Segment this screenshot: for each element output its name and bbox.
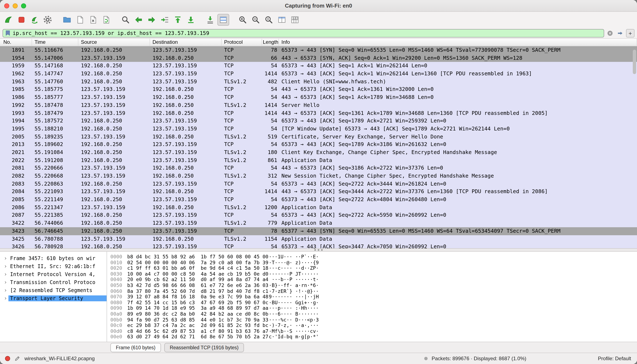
col-header-length[interactable]: Length [262,39,279,46]
bookmark-icon[interactable] [5,30,11,36]
find-packet-button[interactable] [120,14,131,26]
packet-row[interactable]: 198655.185777123.57.193.159192.168.0.250… [0,94,637,101]
packet-row[interactable]: 208155.220666123.57.193.159192.168.0.250… [0,164,637,172]
apply-filter-button[interactable] [616,29,624,37]
col-header-info[interactable]: Info [279,39,637,46]
expert-info-button[interactable] [5,356,10,361]
open-file-button[interactable] [61,14,73,26]
restart-capture-button[interactable] [29,14,41,26]
packet-row[interactable]: 195955.147168192.168.0.250123.57.193.159… [0,62,637,70]
packet-row[interactable]: 342656.780928192.168.0.250123.57.193.159… [0,243,637,248]
col-header-time[interactable]: Time [32,39,78,46]
zoom-in-button[interactable] [237,14,249,26]
tab-reassembled-tcp[interactable]: Reassembled TCP (1916 bytes) [164,343,244,352]
close-window-button[interactable] [4,3,9,8]
packet-row[interactable]: 199355.187479123.57.193.159192.168.0.250… [0,109,637,117]
go-to-top-button[interactable] [172,14,184,26]
chevron-right-icon[interactable]: › [3,271,9,277]
start-capture-button[interactable] [3,14,14,26]
hex-row[interactable]: 00d0c8 4d 66 5c 62 d9 87 53 a1 cf 80 91 … [110,328,637,334]
packet-row[interactable]: 208555.221149192.168.0.250123.57.193.159… [0,196,637,204]
packet-row[interactable]: 342356.746645192.168.0.250123.57.193.159… [0,227,637,235]
col-header-protocol[interactable]: Protocol [222,39,262,46]
packet-row[interactable]: 208355.220863192.168.0.250123.57.193.159… [0,180,637,188]
resize-columns-button[interactable] [276,14,288,26]
hex-row[interactable]: 00c0ec 29 b8 37 c4 7a 2c ac 2d 09 61 85 … [110,323,637,328]
zoom-original-button[interactable] [263,14,275,26]
detail-tree-item[interactable]: ›Ethernet II, Src: 92:a6:1b:f [0,262,107,270]
zoom-window-button[interactable] [21,3,26,8]
packet-row[interactable]: 201355.189602192.168.0.250123.57.193.159… [0,141,637,148]
col-header-source[interactable]: Source [78,39,150,46]
packet-row[interactable]: 196355.147760192.168.0.250123.57.193.159… [0,78,637,86]
packet-cell-info: 65377 → 443 [SYN] Seq=0 Win=65535 Len=0 … [279,227,637,235]
profile-label[interactable]: Profile: Default [598,356,631,362]
packet-cell-len: 54 [262,62,279,70]
packet-row[interactable]: 202255.191208192.168.0.250123.57.193.159… [0,156,637,164]
auto-scroll-button[interactable] [204,14,216,26]
detail-tree-item[interactable]: ›Frame 3457: 610 bytes on wir [0,254,107,262]
go-forward-button[interactable] [146,14,158,26]
search-icon [121,15,130,24]
pane-splitter[interactable] [0,248,637,252]
tab-frame-bytes[interactable]: Frame (610 bytes) [110,343,161,352]
hex-row[interactable]: 00b094 fa 90 d7 25 63 d8 85 44 e0 1c b7 … [110,317,637,323]
zoom-out-button[interactable] [250,14,262,26]
hex-row[interactable]: 0000b8 d4 bc 31 55 b8 92 a6 1b f7 50 60 … [110,254,637,260]
hex-row[interactable]: 0050b3 42 7d d5 98 66 66 08 61 e7 72 6e … [110,283,637,288]
hex-row[interactable]: 00a089 e9 80 36 dc c2 8a b0 42 84 b2 aa … [110,312,637,317]
packet-row[interactable]: 208755.221385192.168.0.250123.57.193.159… [0,212,637,219]
packet-row[interactable]: 195455.147006123.57.193.159192.168.0.250… [0,54,637,62]
chevron-right-icon[interactable]: › [3,287,9,293]
displayed-columns-button[interactable]: 123 [289,14,301,26]
packet-list-scrollbar[interactable] [633,50,636,74]
hex-row[interactable]: 0020c1 9f ff 63 01 bb a6 0f be 9d 64 c4 … [110,266,637,271]
packet-row[interactable]: 199555.188210192.168.0.250123.57.193.159… [0,125,637,133]
packet-row[interactable]: 199255.187478123.57.193.159192.168.0.250… [0,102,637,109]
hex-row[interactable]: 007039 12 07 a8 84 f8 16 18 0a 9e e3 7c … [110,294,637,300]
chevron-right-icon[interactable]: › [3,279,9,285]
save-file-button[interactable] [74,14,86,26]
hex-row[interactable]: 001002 54 00 00 00 00 40 06 7a 29 c0 a8 … [110,260,637,266]
packet-row[interactable]: 342256.744066192.168.0.250123.57.193.159… [0,219,637,227]
packet-row[interactable]: 202155.191084192.168.0.250123.57.193.159… [0,148,637,156]
add-filter-button[interactable]: + [626,29,634,37]
packet-row[interactable]: 208455.221093123.57.193.159192.168.0.250… [0,188,637,196]
detail-tree-item[interactable]: ›[2 Reassembled TCP Segments [0,286,107,294]
hex-row[interactable]: 004020 e0 9b cb 62 a2 11 50 d0 af 99 a4 … [110,277,637,283]
packet-row[interactable]: 196255.147747192.168.0.250123.57.193.159… [0,70,637,78]
detail-tree-item[interactable]: ›Transmission Control Protoco [0,278,107,286]
packet-row[interactable]: 200555.189235123.57.193.159192.168.0.250… [0,133,637,140]
hex-row[interactable]: 00901b 09 14 70 1d 18 e9 95 3a a9 48 68 … [110,306,637,312]
clear-filter-button[interactable] [606,29,614,37]
chevron-right-icon[interactable]: › [3,255,9,261]
go-to-bottom-button[interactable] [185,14,197,26]
detail-tree-item[interactable]: ›Transport Layer Security [0,294,107,302]
go-to-packet-button[interactable] [159,14,171,26]
colorize-packets-button[interactable] [218,14,229,26]
reload-file-button[interactable] [100,14,112,26]
detail-tree-item[interactable]: ›Internet Protocol Version 4, [0,270,107,278]
go-back-button[interactable] [133,14,144,26]
display-filter-input[interactable] [11,30,602,36]
hex-row[interactable]: 00608a 37 80 7a 45 52 60 7d d8 21 97 bd … [110,288,637,294]
capture-options-button[interactable] [42,14,54,26]
capture-comment-icon[interactable] [14,356,20,362]
col-header-destination[interactable]: Destination [150,39,222,46]
packet-row[interactable]: 208655.221347123.57.193.159192.168.0.250… [0,204,637,212]
hex-offset: 0010 [110,260,127,266]
hex-row[interactable]: 003010 00 a4 c7 00 00 c8 50 4a 54 ae cb … [110,272,637,277]
packet-row[interactable]: 199455.187572192.168.0.250123.57.193.159… [0,117,637,125]
hex-row[interactable]: 00e063 d0 27 49 64 2d 62 71 6d 8e 67 5b … [110,334,637,340]
packet-row[interactable]: 198555.185775123.57.193.159192.168.0.250… [0,86,637,94]
minimize-window-button[interactable] [13,3,18,8]
col-header-no[interactable]: No. [0,39,32,46]
close-file-button[interactable] [87,14,99,26]
stop-capture-button[interactable] [16,14,27,26]
packet-row[interactable]: 342556.780788123.57.193.159192.168.0.250… [0,235,637,243]
packet-row[interactable]: 208255.220668123.57.193.159192.168.0.250… [0,172,637,180]
chevron-right-icon[interactable]: › [3,263,9,269]
chevron-right-icon[interactable]: › [3,295,9,301]
packet-row[interactable]: 189155.116676192.168.0.250123.57.193.159… [0,46,637,54]
hex-row[interactable]: 00807f 42 55 14 cc 15 b6 c3 47 67 69 2b … [110,300,637,306]
